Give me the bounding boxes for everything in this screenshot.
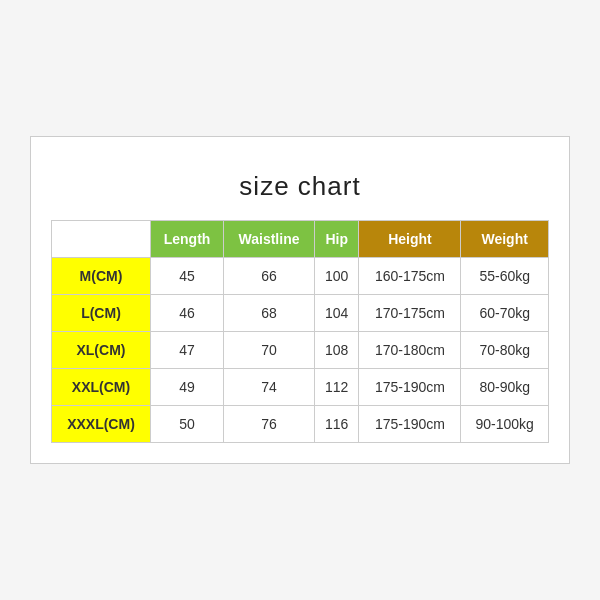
height-cell: 170-180cm [359, 332, 461, 369]
waistline-cell: 74 [224, 369, 315, 406]
header-waistline: Waistline [224, 221, 315, 258]
hip-cell: 100 [314, 258, 359, 295]
weight-cell: 60-70kg [461, 295, 549, 332]
hip-cell: 116 [314, 406, 359, 443]
height-cell: 175-190cm [359, 369, 461, 406]
header-empty [52, 221, 151, 258]
weight-cell: 55-60kg [461, 258, 549, 295]
table-row: XXL(CM)4974112175-190cm80-90kg [52, 369, 549, 406]
header-weight: Weight [461, 221, 549, 258]
length-cell: 49 [150, 369, 223, 406]
weight-cell: 80-90kg [461, 369, 549, 406]
height-cell: 160-175cm [359, 258, 461, 295]
size-cell: M(CM) [52, 258, 151, 295]
length-cell: 47 [150, 332, 223, 369]
size-cell: XXXL(CM) [52, 406, 151, 443]
header-hip: Hip [314, 221, 359, 258]
table-row: L(CM)4668104170-175cm60-70kg [52, 295, 549, 332]
weight-cell: 90-100kg [461, 406, 549, 443]
size-chart-container: size chart Length Waistline Hip Height W… [30, 136, 570, 464]
waistline-cell: 66 [224, 258, 315, 295]
size-table: Length Waistline Hip Height Weight M(CM)… [51, 220, 549, 443]
length-cell: 46 [150, 295, 223, 332]
hip-cell: 112 [314, 369, 359, 406]
size-cell: XL(CM) [52, 332, 151, 369]
height-cell: 175-190cm [359, 406, 461, 443]
chart-title: size chart [51, 157, 549, 220]
table-row: M(CM)4566100160-175cm55-60kg [52, 258, 549, 295]
waistline-cell: 68 [224, 295, 315, 332]
table-row: XL(CM)4770108170-180cm70-80kg [52, 332, 549, 369]
size-cell: L(CM) [52, 295, 151, 332]
waistline-cell: 70 [224, 332, 315, 369]
hip-cell: 104 [314, 295, 359, 332]
table-row: XXXL(CM)5076116175-190cm90-100kg [52, 406, 549, 443]
length-cell: 45 [150, 258, 223, 295]
weight-cell: 70-80kg [461, 332, 549, 369]
size-cell: XXL(CM) [52, 369, 151, 406]
length-cell: 50 [150, 406, 223, 443]
hip-cell: 108 [314, 332, 359, 369]
header-length: Length [150, 221, 223, 258]
height-cell: 170-175cm [359, 295, 461, 332]
waistline-cell: 76 [224, 406, 315, 443]
header-height: Height [359, 221, 461, 258]
header-row: Length Waistline Hip Height Weight [52, 221, 549, 258]
